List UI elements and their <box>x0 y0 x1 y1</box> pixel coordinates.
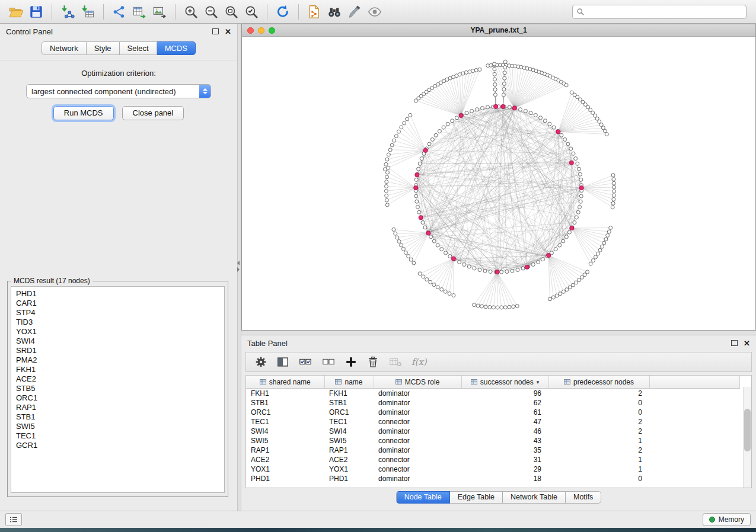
network-canvas[interactable] <box>242 37 755 330</box>
table-row[interactable]: PHD1 PHD1 dominator 18 0 <box>246 474 740 483</box>
function-builder-button[interactable]: f(x) <box>412 357 427 367</box>
chevron-down-icon[interactable]: ▾ <box>537 379 540 385</box>
open-file-button[interactable] <box>6 2 26 21</box>
vertical-splitter[interactable] <box>237 24 241 511</box>
run-mcds-button[interactable]: Run MCDS <box>53 106 114 120</box>
close-table-panel-button[interactable]: ✕ <box>744 339 750 347</box>
column-header[interactable]: predecessor nodes <box>548 376 649 389</box>
export-table-button[interactable] <box>129 2 149 21</box>
mcds-result-item[interactable]: SRD1 <box>16 346 224 355</box>
cell-mcds-role: dominator <box>374 474 461 483</box>
table-scrollbar[interactable] <box>743 387 751 488</box>
table-row[interactable]: ORC1 ORC1 dominator 61 0 <box>246 408 740 417</box>
search-input[interactable] <box>585 7 742 17</box>
import-table-button[interactable] <box>78 2 98 21</box>
network-window-titlebar[interactable]: YPA_prune.txt_1 <box>242 24 755 37</box>
mcds-result-item[interactable]: TEC1 <box>16 431 224 441</box>
delete-table-button[interactable] <box>388 355 403 368</box>
maximize-window-button[interactable] <box>269 27 275 34</box>
style-brush-button[interactable] <box>344 2 365 21</box>
global-search-field[interactable] <box>572 5 747 19</box>
table-panel-header: Table Panel ✕ <box>241 335 756 351</box>
column-header[interactable]: successor nodes ▾ <box>461 376 548 389</box>
show-hide-button[interactable] <box>365 2 385 21</box>
toolbar-separator <box>267 4 267 20</box>
zoom-out-button[interactable] <box>201 2 221 21</box>
cell-mcds-role: dominator <box>374 389 461 399</box>
memory-button[interactable]: Memory <box>703 513 751 526</box>
new-network-button[interactable] <box>109 2 129 21</box>
scrollbar-thumb[interactable] <box>744 409 751 451</box>
create-column-button[interactable] <box>344 355 358 368</box>
table-type-tab[interactable]: Edge Table <box>450 491 503 504</box>
mcds-result-item[interactable]: FKH1 <box>16 365 224 374</box>
table-row[interactable]: FKH1 FKH1 dominator 96 2 <box>246 389 740 399</box>
mcds-result-item[interactable]: PMA2 <box>16 355 224 365</box>
import-network-button[interactable] <box>58 2 78 21</box>
find-button[interactable] <box>324 2 344 21</box>
criterion-dropdown[interactable]: largest connected component (undirected) <box>26 84 211 98</box>
close-panel-button-mcds[interactable]: Close panel <box>122 106 184 120</box>
float-panel-button[interactable] <box>212 28 219 34</box>
mcds-result-item[interactable]: CAR1 <box>16 299 224 308</box>
mcds-result-item[interactable]: TID3 <box>16 318 224 327</box>
save-session-button[interactable] <box>26 2 46 21</box>
column-header[interactable]: MCDS role <box>374 376 461 389</box>
zoom-selected-button[interactable] <box>241 2 261 21</box>
close-panel-button[interactable]: ✕ <box>225 28 231 36</box>
cell-shared-name: ACE2 <box>246 455 324 464</box>
mcds-result-item[interactable]: STB1 <box>16 412 224 422</box>
horizontal-splitter[interactable] <box>241 331 756 335</box>
attribute-icon <box>335 379 342 385</box>
header-filler <box>649 376 740 389</box>
panel-toggle-button[interactable] <box>5 513 22 526</box>
cell-successor-nodes: 43 <box>461 436 548 446</box>
table-row[interactable]: RAP1 RAP1 dominator 35 2 <box>246 446 740 455</box>
mcds-result-item[interactable]: PHD1 <box>16 289 224 299</box>
table-row[interactable]: YOX1 YOX1 connector 29 1 <box>246 464 740 474</box>
column-header[interactable]: name <box>324 376 374 389</box>
show-column-button[interactable] <box>276 355 289 368</box>
table-row[interactable]: SWI4 SWI4 dominator 46 2 <box>246 427 740 436</box>
cell-predecessor-nodes: 1 <box>548 436 649 446</box>
control-panel-tab[interactable]: Select <box>120 41 157 55</box>
deselect-all-button[interactable] <box>321 355 336 368</box>
control-panel-tab[interactable]: Style <box>87 41 120 55</box>
node-table: shared name n <box>246 376 740 483</box>
cell-shared-name: FKH1 <box>246 389 324 399</box>
plus-icon <box>344 355 358 368</box>
mcds-result-item[interactable]: STP4 <box>16 308 224 318</box>
delete-column-button[interactable] <box>366 355 379 368</box>
cell-predecessor-nodes: 0 <box>548 408 649 417</box>
mcds-result-item[interactable]: YOX1 <box>16 327 224 336</box>
zoom-in-button[interactable] <box>181 2 201 21</box>
control-panel-tab[interactable]: MCDS <box>157 41 196 55</box>
table-row[interactable]: STB1 STB1 dominator 62 0 <box>246 398 740 408</box>
column-header[interactable]: shared name <box>246 376 324 389</box>
control-panel-tab[interactable]: Network <box>42 41 87 55</box>
zoom-fit-button[interactable] <box>221 2 241 21</box>
mcds-result-item[interactable]: SWI4 <box>16 336 224 346</box>
mcds-result-item[interactable]: ACE2 <box>16 374 224 384</box>
minimize-window-button[interactable] <box>258 27 264 34</box>
criterion-value: largest connected component (undirected) <box>27 87 199 96</box>
export-image-button[interactable] <box>149 2 170 21</box>
mcds-result-item[interactable]: SWI5 <box>16 422 224 431</box>
close-window-button[interactable] <box>247 27 254 34</box>
table-type-tab[interactable]: Node Table <box>396 491 450 504</box>
mcds-result-item[interactable]: RAP1 <box>16 403 224 412</box>
table-row[interactable]: TEC1 TEC1 connector 47 2 <box>246 417 740 427</box>
mcds-result-item[interactable]: GCR1 <box>16 441 224 450</box>
mcds-result-item[interactable]: ORC1 <box>16 393 224 403</box>
float-table-panel-button[interactable] <box>731 340 738 346</box>
splitter-collapse-handle[interactable] <box>237 261 240 272</box>
table-settings-button[interactable] <box>254 355 267 368</box>
select-all-button[interactable] <box>298 355 312 368</box>
table-row[interactable]: ACE2 ACE2 connector 31 1 <box>246 455 740 464</box>
mcds-result-item[interactable]: STB5 <box>16 384 224 393</box>
table-row[interactable]: SWI5 SWI5 connector 43 1 <box>246 436 740 446</box>
export-web-button[interactable] <box>304 2 324 21</box>
table-type-tab[interactable]: Motifs <box>566 491 601 504</box>
refresh-button[interactable] <box>273 2 293 21</box>
table-type-tab[interactable]: Network Table <box>503 491 566 504</box>
